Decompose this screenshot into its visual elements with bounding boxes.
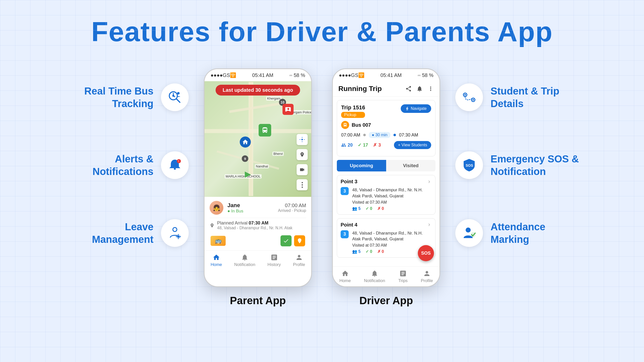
map-person-btn[interactable] [297,149,308,160]
driver-nav-profile[interactable]: Profile [421,270,433,283]
count-absent: ✗ 3 [373,142,381,148]
svg-text:SOS: SOS [466,163,473,167]
time-row: 07:00 AM ● 30 min 07:30 AM [341,132,431,138]
bus-images: 🚌 [211,236,226,246]
parent-bottom-nav: Home Notification History Profile [205,250,311,270]
feature-label-leave: Leave Management [63,220,153,246]
route-icon [462,90,477,105]
feature-sos: Emergency SOS & Notification SOS [455,151,579,179]
point-3-visited: Visited at 07:30 AM [352,200,432,205]
count-total: 20 [341,143,353,148]
sos-icon-circle: SOS [455,151,483,179]
sos-button[interactable]: SOS [418,245,434,261]
clock-search-icon [167,90,182,105]
running-trip-title: Running Trip [338,85,382,93]
p3-present: ✓ 0 [366,206,372,211]
time-dot-2 [393,134,396,136]
alert-btn[interactable] [294,235,305,246]
svg-rect-16 [205,129,311,133]
bus-thumb-1: 🚌 [211,236,226,246]
time-dot-1 [363,134,366,136]
student-status: ● In Bus [227,209,243,214]
share-icon[interactable] [405,85,412,92]
p4-present: ✓ 0 [366,249,372,254]
last-updated-bar: Last updated 30 seconds ago [216,85,300,96]
time-center: 05:41 AM [252,72,273,78]
trip-type: Pickup [341,112,365,118]
trip-card: Trip 1516 Pickup Navigate Bus 007 [337,100,435,156]
tab-upcoming[interactable]: Upcoming [337,160,386,171]
svg-rect-4 [174,168,176,170]
parent-app-wrapper: ●●●●GS🛜 05:41 AM ⎓ 58 % [204,68,312,307]
driver-app-label: Driver App [359,295,413,307]
map-location-btn[interactable] [297,134,308,145]
p4-absent: ✗ 0 [377,249,384,254]
nav-notification[interactable]: Notification [234,254,255,267]
chevron-right-3[interactable] [427,179,432,184]
svg-point-23 [472,99,474,101]
driver-signal: ●●●●GS🛜 [339,72,365,78]
driver-nav-home[interactable]: Home [339,270,351,283]
svg-line-2 [176,99,180,102]
view-students-btn[interactable]: + View Students [394,141,431,149]
trip-number: Trip 1516 [341,104,365,111]
driver-time: 05:41 AM [380,72,402,78]
driver-nav-trips[interactable]: Trips [398,270,408,283]
nav-profile[interactable]: Profile [293,254,305,267]
trip-info: Trip 1516 Pickup [341,104,365,118]
map-label-bhervi: Bhervi [272,152,284,156]
driver-battery: ⎓ 58 % [418,72,433,78]
p3-total: 👥 5 [352,206,360,211]
feature-label-sos: Emergency SOS & Notification [491,153,579,178]
page-title: Features for Driver & Parents App [0,0,644,48]
feature-leave: Leave Management [63,219,189,247]
chevron-right-4[interactable] [427,222,432,227]
driver-phone-frame: ●●●●GS🛜 05:41 AM ⎓ 58 % Running Trip [332,68,440,287]
more-options-icon[interactable] [427,85,434,92]
map-bus-marker-1 [259,124,271,137]
driver-nav-notification[interactable]: Notification [364,270,385,283]
p4-total: 👥 5 [352,249,360,254]
bus-icon-sm [341,121,349,129]
driver-header: Running Trip [333,81,439,97]
map-arrow: ▶ [245,169,251,179]
svg-point-7 [173,228,177,232]
point-4-num: 3 [341,230,349,238]
point-4-address: 48, Valsad - Dharampur Rd., Nr. N.H. Ata… [352,230,432,242]
duration-badge: ● 30 min [369,132,390,138]
bell-driver-icon[interactable] [416,85,423,92]
student-name: Jane [227,202,243,209]
map-roads-svg [205,81,311,197]
checkin-btn[interactable] [280,235,292,246]
driver-app-wrapper: ●●●●GS🛜 05:41 AM ⎓ 58 % Running Trip [332,68,440,307]
signal-left: ●●●●GS🛜 [211,72,236,78]
student-info: Jane ● In Bus [227,202,243,214]
feature-label-attendance: Attendance Marking [491,220,581,246]
map-home-marker [240,137,251,148]
parent-status-bar: ●●●●GS🛜 05:41 AM ⎓ 58 % [205,69,311,81]
parent-phone-frame: ●●●●GS🛜 05:41 AM ⎓ 58 % [204,68,312,287]
phones-area: ●●●●GS🛜 05:41 AM ⎓ 58 % [204,68,440,307]
bell-icon: ! [167,158,182,173]
point-3-counts: 👥 5 ✓ 0 ✗ 0 [352,206,432,211]
leave-icon-circle [161,219,189,247]
feature-label-real-time: Real Time Bus Tracking [84,85,153,110]
svg-text:!: ! [178,160,179,163]
student-time: 07:00 AM [278,203,306,208]
person-check-icon [462,225,477,241]
nav-home[interactable]: Home [211,254,222,267]
navigate-btn[interactable]: Navigate [401,104,431,113]
attendance-icon-circle [455,219,483,247]
tab-bar: Upcoming Visited [337,160,435,171]
trip-details-icon-circle [455,83,483,111]
map-video-btn[interactable] [297,164,308,175]
svg-point-9 [177,235,180,238]
header-icons [405,85,434,92]
map-label-nandhal: Nandhal [255,164,269,168]
map-dots-btn[interactable] [297,179,308,190]
student-count-row: 20 ✓ 17 ✗ 3 + View Students [341,141,431,149]
nav-history[interactable]: History [267,254,281,267]
tab-visited[interactable]: Visited [386,160,435,171]
map-label-marla: MARLA HIGH SCHOOL [225,174,262,178]
point-3-detail: 48, Valsad - Dharampur Rd., Nr. N.H. Ata… [352,187,432,211]
